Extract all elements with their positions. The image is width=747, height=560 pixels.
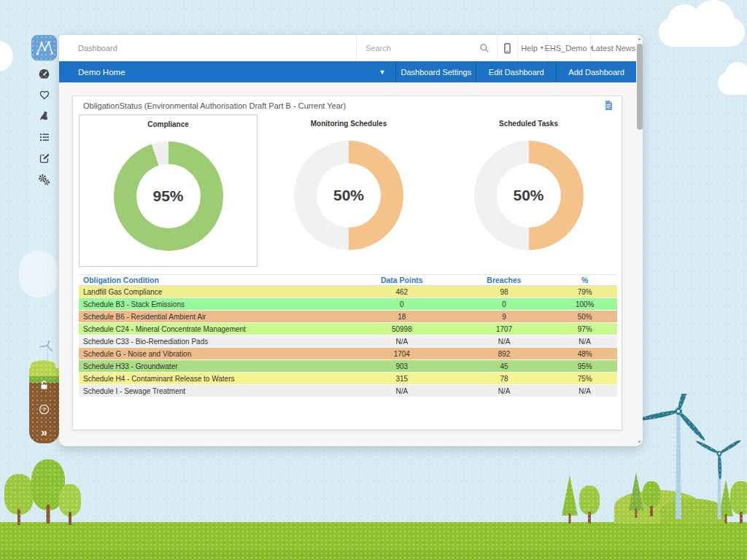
table-header-row: Obligation Condition Data Points Breache… [79,274,617,286]
help-circle-icon[interactable]: ? [38,402,51,416]
table-row[interactable]: Schedule C24 - Mineral Concentrate Manag… [79,323,617,335]
breaches-cell: 0 [456,300,553,308]
table-row[interactable]: Schedule B6 - Residential Ambient Air 18… [79,311,617,323]
scroll-up-arrow[interactable]: ▲ [636,36,643,42]
obligation-status-panel: ObligationStatus (Environmental Authoris… [72,96,622,430]
unlock-icon[interactable] [38,378,51,392]
cloud [718,71,747,95]
dashboard-selector[interactable]: Demo Home ▼ [59,61,395,82]
breaches-cell: 45 [456,362,553,370]
search-icon[interactable] [479,43,489,53]
table-row[interactable]: Schedule I - Sewage Treatment N/A N/A N/… [79,385,617,397]
top-bar: Dashboard Help [59,35,636,61]
data-points-cell: 903 [348,362,456,370]
table-row[interactable]: Schedule B3 - Stack Emissions 0 0 100% [79,298,617,311]
data-points-cell: 462 [348,288,456,296]
donut-ring: 95% [114,141,223,251]
donut-percent-label: 95% [114,141,223,251]
tree [578,486,600,524]
dashboard-icon[interactable] [38,67,51,80]
page-title: Dashboard [59,35,356,61]
col-header-data-points: Data Points [348,276,456,284]
col-header-obligation-condition: Obligation Condition [79,276,348,284]
obligation-table: Obligation Condition Data Points Breache… [79,274,617,397]
search-input[interactable] [365,44,479,52]
obligation-condition-cell: Schedule H4 - Contaminant Release to Wat… [79,375,348,383]
help-menu[interactable]: Help ▾ [517,35,546,61]
percent-cell: N/A [552,387,617,395]
donut-percent-label: 50% [474,141,584,250]
obligation-condition-cell: Schedule H33 - Groundwater [79,362,348,370]
cloud [0,41,13,71]
tree [4,474,34,525]
donut-chart: Compliance 95% [79,114,258,267]
breaches-cell: 9 [456,313,553,321]
table-row[interactable]: Schedule C33 - Bio-Remediation Pads N/A … [79,335,617,348]
breaches-cell: 78 [456,375,553,383]
percent-cell: 100% [552,300,617,308]
chevron-down-icon: ▾ [541,45,543,51]
data-points-cell: 50998 [348,325,456,333]
donut-chart: Scheduled Tasks 50% [440,114,617,267]
data-points-cell: N/A [348,338,456,346]
dashboard-content: ObligationStatus (Environmental Authoris… [59,82,636,446]
table-row[interactable]: Schedule G - Noise and Vibration 1704 89… [79,348,617,360]
donut-charts-row: Compliance 95% Monitoring Schedules 50% … [73,114,622,268]
dashboard-bar: Demo Home ▼ Dashboard Settings Edit Dash… [59,61,636,82]
donut-percent-label: 50% [294,141,403,250]
tree [58,484,82,525]
donut-chart: Monitoring Schedules 50% [258,114,440,267]
svg-text:?: ? [42,406,46,413]
expand-sidebar-icon[interactable]: » [41,427,47,438]
sample-collection-icon[interactable] [38,109,51,122]
mobile-phone-icon [502,42,513,55]
table-body: Landfill Gas Compliance 462 98 79% Sched… [79,286,617,397]
dashboard-settings-button[interactable]: Dashboard Settings [395,61,476,82]
selected-dashboard-label: Demo Home [78,68,125,77]
edit-dashboard-button[interactable]: Edit Dashboard [476,61,556,82]
export-file-icon[interactable] [605,101,613,110]
col-header-percent: % [552,276,617,284]
percent-cell: 75% [552,375,617,383]
help-label: Help [521,44,538,52]
obligation-condition-cell: Schedule B6 - Residential Ambient Air [79,313,348,321]
data-points-cell: N/A [348,387,456,395]
breaches-cell: 1707 [456,325,553,333]
donut-chart-title: Compliance [80,120,257,128]
add-dashboard-button[interactable]: Add Dashboard [556,61,636,82]
donut-chart-title: Monitoring Schedules [258,120,440,128]
obligation-condition-cell: Schedule I - Sewage Treatment [79,387,348,395]
col-header-breaches: Breaches [456,276,553,284]
data-points-cell: 315 [348,375,456,383]
percent-cell: 95% [552,362,617,370]
favourites-heart-icon[interactable] [38,88,51,101]
obligation-condition-cell: Landfill Gas Compliance [79,288,348,296]
breaches-cell: 892 [456,350,553,358]
latest-news-button[interactable]: Latest News [590,35,636,61]
app-logo[interactable] [31,35,57,61]
breaches-cell: N/A [456,338,553,346]
data-points-cell: 18 [348,313,456,321]
list-icon[interactable] [38,131,51,144]
app-window: Dashboard Help [59,35,643,446]
obligation-condition-cell: Schedule C33 - Bio-Remediation Pads [79,338,348,346]
edit-icon[interactable] [38,152,51,165]
percent-cell: 50% [552,313,617,321]
settings-cogs-icon[interactable] [38,173,51,186]
donut-ring: 50% [294,141,403,250]
scrollbar-thumb[interactable] [637,44,643,130]
grass-ground-shade [0,550,747,560]
user-menu[interactable]: EHS_Demo ▾ [546,35,590,61]
table-row[interactable]: Schedule H4 - Contaminant Release to Wat… [79,373,617,385]
percent-cell: 48% [552,350,617,358]
obligation-condition-cell: Schedule G - Noise and Vibration [79,350,348,358]
obligation-condition-cell: Schedule C24 - Mineral Concentrate Manag… [79,325,348,333]
obligation-condition-cell: Schedule B3 - Stack Emissions [79,300,348,308]
breaches-cell: N/A [456,387,553,395]
wind-turbine [693,440,746,522]
search-box [356,35,497,61]
table-row[interactable]: Landfill Gas Compliance 462 98 79% [79,286,617,298]
panel-title: ObligationStatus (Environmental Authoris… [83,101,605,110]
table-row[interactable]: Schedule H33 - Groundwater 903 45 95% [79,360,617,373]
mobile-app-button[interactable] [497,35,517,61]
